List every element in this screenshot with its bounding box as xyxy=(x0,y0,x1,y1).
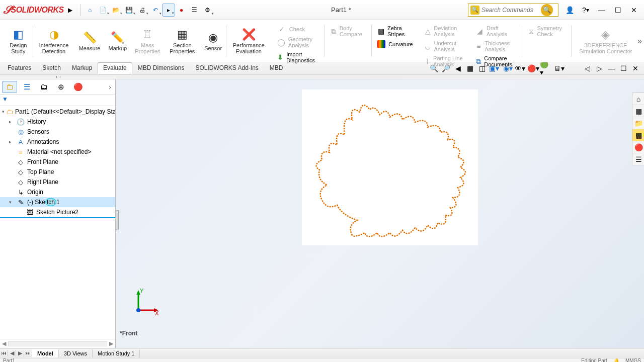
status-icon: 🔔 xyxy=(613,358,619,362)
taskpane-view-icon[interactable]: ▤ xyxy=(632,129,644,141)
user-icon[interactable]: 👤 xyxy=(562,4,577,16)
view-orientation-label: *Front xyxy=(120,330,137,337)
sidebar-next-icon[interactable]: › xyxy=(107,83,113,91)
scroll-right-icon[interactable]: ▶ xyxy=(109,340,113,347)
search-go-icon[interactable]: 🔍 xyxy=(541,4,553,16)
draft-analysis-button: ◢Draft Analysis xyxy=(474,24,517,38)
select-button[interactable]: ▸▾ xyxy=(162,4,175,17)
tree-top-plane[interactable]: ◇Top Plane xyxy=(0,167,115,177)
new-button[interactable]: 📄▾ xyxy=(97,4,110,17)
panel-split-handle[interactable] xyxy=(0,74,644,79)
scene-icon[interactable]: 🟢▾ xyxy=(540,63,551,74)
tab-addins[interactable]: SOLIDWORKS Add-Ins xyxy=(190,62,264,74)
search-commands[interactable]: 🔍 🔍 xyxy=(468,4,558,17)
tree-right-plane[interactable]: ◇Right Plane xyxy=(0,177,115,187)
max-viewport-icon[interactable]: ☐ xyxy=(618,63,629,74)
configuration-tab[interactable]: 🗂 xyxy=(36,81,51,93)
performance-evaluation-button[interactable]: ❌Performance Evaluation xyxy=(226,22,271,60)
display-tab[interactable]: 🔴 xyxy=(70,81,86,93)
tree-material[interactable]: ≡Material <not specified> xyxy=(0,147,115,157)
taskpane-appearance-icon[interactable]: 🔴 xyxy=(632,141,644,153)
render-icon[interactable]: 🖥▾ xyxy=(553,63,565,74)
tree-history[interactable]: ▸🕑History xyxy=(0,117,115,127)
undo-button[interactable]: ↶▾ xyxy=(149,4,162,17)
min-viewport-icon[interactable]: — xyxy=(606,63,617,74)
check-button: ✓Check xyxy=(276,24,319,34)
status-units[interactable]: MMGS xyxy=(625,358,641,362)
tab-mbd-dimensions[interactable]: MBD Dimensions xyxy=(132,62,190,74)
tree-origin[interactable]: ↳Origin xyxy=(0,187,115,197)
print-button[interactable]: 🖨▾ xyxy=(136,4,149,17)
save-button[interactable]: 💾▾ xyxy=(123,4,136,17)
zebra-stripes-button[interactable]: ▤Zebra Stripes xyxy=(376,24,414,38)
collapse-icon[interactable]: ▾ xyxy=(2,109,5,114)
taskpane-resources-icon[interactable]: ▦ xyxy=(632,105,644,117)
graphics-viewport[interactable]: ⌂ ▦ 📁 ▤ 🔴 ☰ Y X *Front xyxy=(116,79,644,348)
status-bar: Part1 Editing Part 🔔 MMGS xyxy=(0,358,644,362)
next-doc-icon[interactable]: ▷ xyxy=(594,63,605,74)
tree-root[interactable]: ▾ 🗀 Part1 (Default<<Default>_Display Sta xyxy=(0,107,115,117)
ribbon-overflow-icon[interactable]: » xyxy=(637,37,642,46)
taskpane-home-icon[interactable]: ⌂ xyxy=(632,93,644,105)
taskpane-custom-icon[interactable]: ☰ xyxy=(632,153,644,165)
record-button[interactable]: ● xyxy=(175,4,188,17)
svg-point-6 xyxy=(136,308,140,312)
bottom-tab-motion[interactable]: Motion Study 1 xyxy=(93,349,140,357)
minimize-button[interactable]: — xyxy=(595,4,609,16)
tab-nav-prev-icon[interactable]: ◀ xyxy=(8,350,16,356)
thickness-analysis-button: ≡Thickness Analysis xyxy=(474,39,517,53)
interference-button[interactable]: ◑Interference Detection xyxy=(33,22,74,60)
measure-button[interactable]: 📏Measure xyxy=(75,22,105,60)
tree-filter[interactable]: ▼ xyxy=(0,95,115,106)
status-mode: Editing Part xyxy=(581,358,607,362)
markup-button[interactable]: ✏️Markup xyxy=(104,22,131,60)
tree-sketch-picture[interactable]: 🖼Sketch Picture2 xyxy=(0,207,115,218)
sensor-button[interactable]: ◉Sensor xyxy=(200,22,226,60)
taskpane-library-icon[interactable]: 📁 xyxy=(632,117,644,129)
tab-sketch[interactable]: Sketch xyxy=(37,62,66,74)
dimxpert-tab[interactable]: ⊕ xyxy=(53,81,68,93)
tab-nav-last-icon[interactable]: ⏭ xyxy=(24,350,32,356)
design-study-button[interactable]: ◧Design Study xyxy=(4,22,33,60)
curvature-button[interactable]: ■Curvature xyxy=(376,39,414,49)
maximize-button[interactable]: ☐ xyxy=(611,4,625,16)
tree-annotations[interactable]: ▸AAnnotations xyxy=(0,137,115,147)
tree-sensors[interactable]: ◎Sensors xyxy=(0,127,115,137)
ribbon: ◧Design Study ◑Interference Detection 📏M… xyxy=(0,20,644,62)
close-button[interactable]: ✕ xyxy=(627,4,641,16)
parting-line-button: ⌇Parting Line Analysis xyxy=(424,54,464,68)
tree-front-plane[interactable]: ◇Front Plane xyxy=(0,157,115,167)
geometry-analysis-button: ◯Geometry Analysis xyxy=(276,35,319,49)
tab-nav-first-icon[interactable]: ⏮ xyxy=(0,350,8,356)
sidebar-scrollbar[interactable]: ◀ ▶ xyxy=(0,339,115,348)
prev-doc-icon[interactable]: ◁ xyxy=(582,63,593,74)
section-view-icon[interactable]: ▦ xyxy=(464,63,475,74)
tab-markup[interactable]: Markup xyxy=(66,62,98,74)
close-viewport-icon[interactable]: ✕ xyxy=(630,63,641,74)
options-button[interactable]: ☰ xyxy=(188,4,201,17)
settings-button[interactable]: ⚙▾ xyxy=(201,4,214,17)
bottom-tab-model[interactable]: Model xyxy=(32,349,59,357)
home-button[interactable]: ⌂ xyxy=(84,4,97,17)
bottom-tab-3dviews[interactable]: 3D Views xyxy=(59,349,93,357)
expand-icon[interactable]: ▶ xyxy=(64,4,77,17)
compare-documents-button[interactable]: ⧉Compare Documents xyxy=(474,54,517,68)
open-button[interactable]: 📂▾ xyxy=(110,4,123,17)
tab-evaluate[interactable]: Evaluate xyxy=(98,62,132,74)
appearance-icon[interactable]: 🔴▾ xyxy=(528,63,539,74)
splitter-handle[interactable] xyxy=(116,210,119,230)
help-icon[interactable]: ?▾ xyxy=(579,4,593,16)
tab-nav-next-icon[interactable]: ▶ xyxy=(16,350,24,356)
part-icon: 🗀 xyxy=(7,108,13,116)
feature-tree-tab[interactable]: 🗀 xyxy=(2,81,17,93)
tab-features[interactable]: Features xyxy=(2,62,37,74)
tree-root-label: Part1 (Default<<Default>_Display Sta xyxy=(15,108,115,115)
section-properties-button[interactable]: ▦Section Properties xyxy=(164,22,200,60)
status-document: Part1 xyxy=(3,358,15,362)
scroll-left-icon[interactable]: ◀ xyxy=(2,340,6,347)
import-diagnostics-button[interactable]: ⬇Import Diagnostics xyxy=(276,50,319,64)
tree-sketch1[interactable]: ▾✎(-) Sketch1 xyxy=(0,197,115,207)
property-manager-tab[interactable]: ☰ xyxy=(19,81,34,93)
leaf-sketch-outline xyxy=(316,105,465,236)
search-input[interactable] xyxy=(479,7,540,14)
